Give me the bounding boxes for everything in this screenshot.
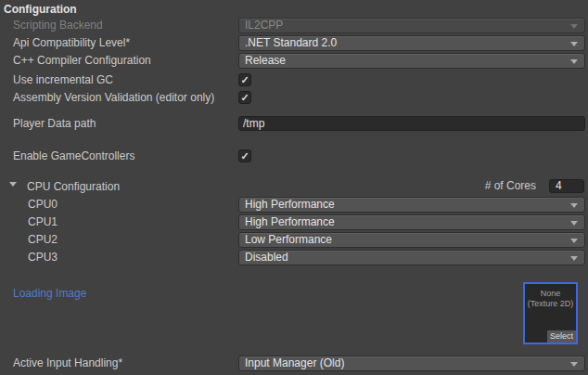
- object-picker-value: None (Texture 2D): [525, 289, 576, 309]
- cpu1-label: CPU1: [28, 214, 58, 230]
- enable-gamecontrollers-label: Enable GameControllers: [13, 149, 134, 163]
- player-settings-configuration-panel: Configuration Scripting Backend IL2CPP A…: [0, 0, 588, 375]
- scripting-backend-value: IL2CPP: [245, 19, 283, 32]
- cpu2-dropdown[interactable]: Low Performance: [238, 232, 585, 248]
- incremental-gc-checkbox[interactable]: ✓: [238, 73, 251, 86]
- cpp-compiler-label: C++ Compiler Configuration: [13, 53, 151, 69]
- active-input-handling-dropdown[interactable]: Input Manager (Old): [238, 356, 585, 371]
- scripting-backend-dropdown: IL2CPP: [238, 18, 585, 33]
- object-picker-select-button[interactable]: Select: [547, 330, 576, 343]
- num-cores-input[interactable]: 4: [549, 179, 584, 193]
- scripting-backend-label: Scripting Backend: [13, 18, 103, 33]
- loading-image-label: Loading Image: [13, 286, 86, 301]
- api-compatibility-value: .NET Standard 2.0: [245, 36, 337, 49]
- checkmark-icon: ✓: [240, 150, 249, 162]
- object-picker-value-line2: (Texture 2D): [525, 299, 576, 309]
- cpu0-dropdown[interactable]: High Performance: [238, 197, 585, 213]
- num-cores-label: # of Cores: [485, 179, 536, 193]
- dropdown-arrow-icon: [570, 256, 578, 261]
- assembly-validation-checkbox[interactable]: ✓: [238, 91, 251, 104]
- dropdown-arrow-icon: [570, 42, 578, 46]
- cpu2-value: Low Performance: [245, 233, 332, 246]
- active-input-handling-label: Active Input Handling*: [13, 356, 122, 371]
- cpu3-label: CPU3: [28, 250, 58, 265]
- incremental-gc-label: Use incremental GC: [13, 72, 113, 88]
- cpu3-dropdown[interactable]: Disabled: [238, 250, 585, 265]
- cpp-compiler-dropdown[interactable]: Release: [238, 53, 585, 69]
- loading-image-object-picker[interactable]: None (Texture 2D) Select: [523, 282, 578, 344]
- dropdown-arrow-icon: [570, 362, 578, 367]
- dropdown-arrow-icon: [570, 203, 578, 208]
- dropdown-arrow-icon: [570, 221, 578, 226]
- cpp-compiler-value: Release: [245, 54, 286, 67]
- object-picker-value-line1: None: [525, 289, 576, 299]
- cpu0-label: CPU0: [28, 197, 58, 213]
- assembly-validation-label: Assembly Version Validation (editor only…: [13, 90, 214, 106]
- checkmark-icon: ✓: [240, 92, 249, 103]
- active-input-handling-value: Input Manager (Old): [245, 356, 344, 369]
- dropdown-arrow-icon: [570, 59, 578, 64]
- dropdown-arrow-icon: [570, 239, 578, 243]
- dropdown-arrow-icon: [570, 24, 578, 29]
- cpu1-value: High Performance: [245, 215, 335, 228]
- foldout-triangle-icon[interactable]: [9, 182, 17, 187]
- api-compatibility-dropdown[interactable]: .NET Standard 2.0: [238, 35, 585, 51]
- cpu1-dropdown[interactable]: High Performance: [238, 214, 585, 230]
- cpu3-value: Disabled: [245, 251, 288, 264]
- cpu2-label: CPU2: [28, 232, 58, 248]
- section-header: Configuration: [4, 2, 77, 17]
- enable-gamecontrollers-checkbox[interactable]: ✓: [238, 149, 251, 162]
- cpu0-value: High Performance: [245, 198, 335, 211]
- player-data-path-label: Player Data path: [13, 116, 96, 131]
- player-data-path-input[interactable]: /tmp: [238, 116, 585, 131]
- cpu-configuration-foldout-label[interactable]: CPU Configuration: [27, 179, 120, 194]
- checkmark-icon: ✓: [240, 74, 249, 85]
- api-compatibility-label: Api Compatibility Level*: [13, 35, 130, 51]
